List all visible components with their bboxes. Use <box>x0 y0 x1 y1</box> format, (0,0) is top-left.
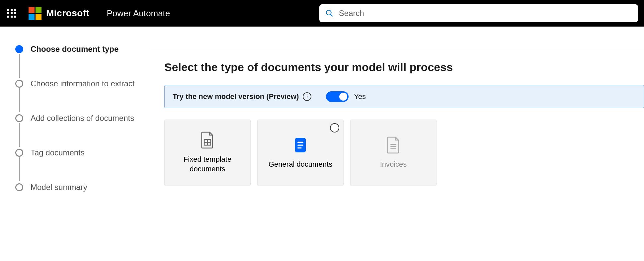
app-header: Microsoft Power Automate <box>0 0 644 27</box>
card-fixed-template[interactable]: Fixed template documents <box>164 120 251 186</box>
step-connector <box>19 157 20 181</box>
radio-icon[interactable] <box>330 123 339 132</box>
step-dot-icon <box>15 80 23 88</box>
page-title: Select the type of documents your model … <box>164 61 644 74</box>
search-icon <box>325 9 334 18</box>
card-general-documents[interactable]: General documents <box>257 120 344 186</box>
document-type-cards: Fixed template documents General documen… <box>164 120 644 186</box>
step-label: Choose information to extract <box>31 79 135 88</box>
step-dot-icon <box>15 183 23 191</box>
document-invoice-icon <box>386 136 401 154</box>
app-launcher-icon[interactable] <box>6 8 17 19</box>
search-box[interactable] <box>319 4 638 22</box>
step-label: Add collections of documents <box>31 114 134 123</box>
document-table-icon <box>200 131 215 149</box>
info-icon[interactable]: i <box>303 92 311 101</box>
toggle-label: Yes <box>354 92 366 101</box>
step-model-summary[interactable]: Model summary <box>15 181 141 193</box>
microsoft-logo-icon <box>29 7 41 20</box>
card-label: General documents <box>269 160 332 169</box>
preview-toggle[interactable] <box>326 91 349 102</box>
search-input[interactable] <box>339 9 632 18</box>
product-label[interactable]: Power Automate <box>107 8 170 19</box>
step-connector <box>19 88 20 112</box>
svg-point-0 <box>326 10 331 15</box>
step-add-collections[interactable]: Add collections of documents <box>15 112 141 124</box>
step-choose-information[interactable]: Choose information to extract <box>15 78 141 90</box>
toggle-knob-icon <box>339 93 347 101</box>
step-connector <box>19 123 20 147</box>
step-label: Tag documents <box>31 148 85 157</box>
brand-label: Microsoft <box>46 8 90 19</box>
svg-line-1 <box>331 14 333 16</box>
main-content: Select the type of documents your model … <box>151 27 644 261</box>
banner-text: Try the new model version (Preview) <box>173 92 299 101</box>
card-label: Invoices <box>380 160 407 169</box>
step-dot-icon <box>15 149 23 157</box>
card-label: Fixed template documents <box>165 155 250 174</box>
step-dot-icon <box>15 114 23 122</box>
card-invoices[interactable]: Invoices <box>350 120 437 186</box>
step-label: Model summary <box>31 183 87 192</box>
step-label: Choose document type <box>31 44 119 54</box>
step-connector <box>19 54 20 78</box>
step-dot-icon <box>15 45 23 53</box>
wizard-steps: Choose document type Choose information … <box>0 27 151 261</box>
step-tag-documents[interactable]: Tag documents <box>15 147 141 159</box>
preview-banner: Try the new model version (Preview) i Ye… <box>164 85 644 108</box>
step-choose-document-type[interactable]: Choose document type <box>15 43 141 55</box>
document-general-icon <box>293 136 308 154</box>
